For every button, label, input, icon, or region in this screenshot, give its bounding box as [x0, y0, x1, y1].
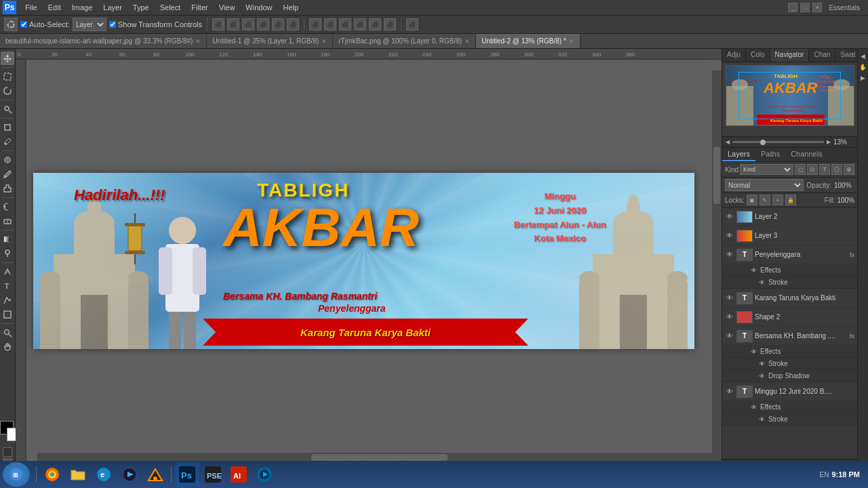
- menu-type[interactable]: Type: [128, 2, 154, 13]
- taskbar-adf[interactable]: AI: [226, 462, 251, 487]
- gradient-tool[interactable]: [1, 232, 14, 246]
- list-item[interactable]: 👁 T Penyelenggara fx: [722, 245, 857, 264]
- lasso-tool[interactable]: [1, 84, 14, 98]
- heal-tool[interactable]: [1, 153, 14, 167]
- align-center-h-btn[interactable]: ⬛: [227, 18, 239, 30]
- crop-tool[interactable]: [1, 121, 14, 134]
- layer3-visibility[interactable]: 👁: [725, 231, 734, 241]
- fill-value[interactable]: 100%: [837, 197, 854, 204]
- list-item[interactable]: 👁 T Minggu 12 Juni 2020 B....: [722, 382, 857, 401]
- tab-channels[interactable]: Chan: [809, 49, 835, 62]
- blend-mode-select[interactable]: Normal Multiply Screen: [725, 179, 804, 191]
- minggu-effects-eye[interactable]: 👁: [749, 403, 757, 411]
- rect-select-tool[interactable]: [1, 70, 14, 83]
- lock-all-btn[interactable]: 🔒: [785, 195, 796, 205]
- taskbar-wmp[interactable]: [252, 462, 277, 487]
- zoom-in-btn[interactable]: ▶: [827, 139, 831, 145]
- eyedropper-tool[interactable]: [1, 135, 14, 148]
- menu-image[interactable]: Image: [67, 2, 98, 13]
- stamp-tool[interactable]: [1, 182, 14, 195]
- move-tool-icon[interactable]: [4, 18, 18, 31]
- list-item[interactable]: 👁 T Karang Taruna Karya Bakti: [722, 289, 857, 308]
- penyelenggara-fx[interactable]: fx: [850, 251, 854, 258]
- auto-align-btn[interactable]: ⬛: [406, 18, 418, 30]
- transform-check[interactable]: Show Transform Controls: [109, 20, 202, 28]
- tab-rTjrnk[interactable]: rTjrnkBac.png @ 100% (Layer 0, RGB/8) ✕: [333, 34, 476, 49]
- opacity-value[interactable]: 100%: [834, 182, 854, 189]
- penyelenggara-stroke-eye[interactable]: 👁: [757, 279, 766, 287]
- zoom-out-btn[interactable]: ◀: [726, 139, 730, 145]
- karang-visibility[interactable]: 👁: [725, 293, 734, 303]
- path-select-tool[interactable]: [1, 293, 14, 307]
- tab-untitled2[interactable]: Untitled-2 @ 13% (RGB/8) * ✕: [476, 34, 580, 49]
- start-button[interactable]: ⊞: [3, 462, 30, 487]
- quick-mask-btn[interactable]: [3, 447, 12, 457]
- canvas-content[interactable]: Hadirilah...!!! TABLIGH AKBAR Minggu 12 …: [26, 60, 722, 462]
- maximize-btn[interactable]: □: [800, 3, 810, 12]
- layers-list[interactable]: 👁 Layer 2 👁 Layer 3 👁 T Penyelenggara fx: [722, 207, 857, 459]
- penyelenggara-visibility[interactable]: 👁: [725, 250, 734, 260]
- minggu-visibility[interactable]: 👁: [725, 387, 734, 396]
- dist-t-btn[interactable]: ⬛: [354, 18, 366, 30]
- tab-mosque-close[interactable]: ✕: [195, 38, 201, 45]
- dist-cb-btn[interactable]: ⬛: [369, 18, 381, 30]
- paths-tab[interactable]: Paths: [755, 148, 785, 161]
- layer2-visibility[interactable]: 👁: [725, 212, 734, 222]
- minggu-stroke-row[interactable]: 👁 Stroke: [722, 413, 857, 426]
- align-left-btn[interactable]: ⬛: [212, 18, 224, 30]
- scrollbar-bottom-thumb[interactable]: [311, 454, 448, 461]
- list-item[interactable]: 👁 Layer 3: [722, 226, 857, 245]
- list-item[interactable]: 👁 T Bersama KH. Bambang .... fx: [722, 327, 857, 346]
- menu-layer[interactable]: Layer: [98, 2, 127, 13]
- dist-h-btn[interactable]: ⬛: [309, 18, 321, 30]
- hand-tool[interactable]: [1, 340, 14, 354]
- pen-tool[interactable]: [1, 265, 14, 279]
- eraser-tool[interactable]: [1, 214, 14, 228]
- taskbar-mediaplayer[interactable]: [117, 462, 142, 487]
- tab-untitled2-close[interactable]: ✕: [569, 38, 574, 45]
- menu-filter[interactable]: Filter: [186, 2, 212, 13]
- taskbar-folder[interactable]: [66, 462, 90, 487]
- layers-tab[interactable]: Layers: [722, 148, 755, 161]
- taskbar-firefox[interactable]: [40, 462, 64, 487]
- lock-pixels-btn[interactable]: ✎: [760, 195, 770, 205]
- align-center-v-btn[interactable]: ⬛: [272, 18, 284, 30]
- layer-kind-select[interactable]: Kind: [740, 164, 793, 175]
- bersama-dropshadow-eye[interactable]: 👁: [757, 372, 766, 380]
- taskbar-pse[interactable]: PSE: [201, 462, 225, 487]
- tab-mosque[interactable]: beautiful-mosque-islamic-art-wallpaper.j…: [0, 34, 207, 49]
- text-tool[interactable]: T: [1, 279, 14, 293]
- layer-filter-text[interactable]: T: [819, 164, 830, 175]
- channels-tab[interactable]: Channels: [785, 148, 827, 161]
- zoom-slider-thumb[interactable]: [760, 140, 766, 145]
- bersama-stroke-eye[interactable]: 👁: [757, 360, 766, 368]
- move-tool[interactable]: [1, 52, 14, 65]
- panel-icon-hand2[interactable]: ✋: [859, 62, 868, 72]
- dist-cv-btn[interactable]: ⬛: [324, 18, 336, 30]
- dist-r-btn[interactable]: ⬛: [339, 18, 351, 30]
- panel-icon-arrow[interactable]: ◀: [859, 52, 868, 61]
- minimize-btn[interactable]: _: [788, 3, 797, 12]
- menu-edit[interactable]: Edit: [43, 2, 66, 13]
- tab-color[interactable]: Colo: [746, 49, 770, 62]
- layer-filter-pixel[interactable]: ◻: [795, 164, 806, 175]
- minggu-stroke-eye[interactable]: 👁: [757, 415, 766, 424]
- taskbar-ie[interactable]: e: [92, 462, 116, 487]
- tab-rTjrnk-close[interactable]: ✕: [465, 38, 470, 45]
- tab-untitled1[interactable]: Untitled-1 @ 35% (Layer 1, RGB/8) ✕: [207, 34, 333, 49]
- bersama-dropshadow-row[interactable]: 👁 Drop Shadow: [722, 370, 857, 382]
- scrollbar-right-thumb[interactable]: [713, 147, 720, 205]
- align-bottom-btn[interactable]: ⬛: [287, 18, 299, 30]
- close-btn[interactable]: ×: [812, 3, 822, 12]
- quick-select-tool[interactable]: [1, 102, 14, 116]
- layer-filter-shape[interactable]: ⬡: [831, 164, 842, 175]
- lock-transparent-btn[interactable]: ▣: [747, 195, 757, 205]
- dist-b-btn[interactable]: ⬛: [384, 18, 396, 30]
- zoom-slider[interactable]: [732, 141, 824, 143]
- tab-untitled1-close[interactable]: ✕: [321, 38, 327, 45]
- history-brush-tool[interactable]: [1, 200, 14, 214]
- brush-tool[interactable]: [1, 167, 14, 181]
- layer-select[interactable]: Layer Group: [73, 18, 106, 31]
- menu-view[interactable]: View: [214, 2, 240, 13]
- bersama-stroke-row[interactable]: 👁 Stroke: [722, 358, 857, 370]
